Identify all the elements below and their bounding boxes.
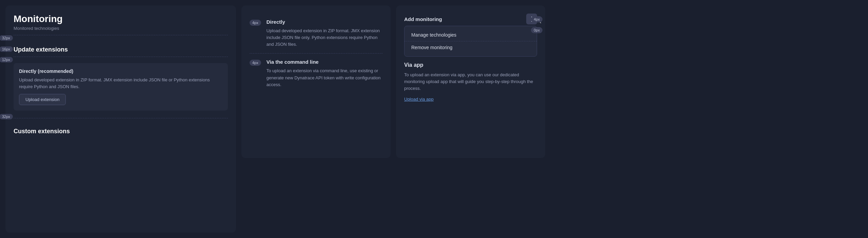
via-app-text: To upload an extension via app, you can … xyxy=(404,72,537,92)
via-app-section: Via app To upload an extension via app, … xyxy=(404,62,537,102)
page-title: Monitoring xyxy=(14,14,228,24)
spacing-badge-32: 32px xyxy=(0,35,13,41)
upload-via-app-link[interactable]: Upload via app xyxy=(404,97,434,102)
update-section-row: 16px Update extensions xyxy=(14,41,228,57)
command-line-content: Via the command line To upload an extens… xyxy=(267,59,382,88)
spacing-12-area: 12px xyxy=(14,57,228,60)
directly-block-text: Upload developed extension in ZIP format… xyxy=(19,77,222,90)
middle-panel: 4px Directly Upload developed extension … xyxy=(241,5,391,158)
command-line-item-title: Via the command line xyxy=(267,59,382,65)
dropdown-menu: Manage technologies Remove monitoring xyxy=(404,26,537,57)
custom-extensions-title: Custom extensions xyxy=(14,123,228,135)
command-line-item: 4px Via the command line To upload an ex… xyxy=(250,54,382,93)
command-line-badge: 4px xyxy=(250,60,261,66)
right-panel-header: Add monitoring ⋮ ↖ 4px 0px xyxy=(404,14,537,24)
spacing-badge-32-bottom: 32px xyxy=(0,114,13,119)
manage-technologies-item[interactable]: Manage technologies xyxy=(405,29,537,41)
spacing-32-bottom: 32px xyxy=(14,114,228,118)
spacing-32: 32px xyxy=(14,35,228,41)
directly-item-title: Directly xyxy=(267,19,382,25)
page-subtitle: Monitored technologies xyxy=(14,26,228,35)
left-panel: Monitoring Monitored technologies 32px 1… xyxy=(5,5,236,233)
right-badge-bottom: 0px xyxy=(531,27,542,33)
directly-block-title: Directly (recommended) xyxy=(19,68,222,74)
custom-extensions-section: Custom extensions xyxy=(14,118,228,135)
spacing-badge-12: 12px xyxy=(0,57,13,62)
upload-extension-button[interactable]: Upload extension xyxy=(19,94,66,105)
directly-badge: 4px xyxy=(250,20,261,26)
right-badge-top: 4px xyxy=(531,16,542,22)
update-section-title: Update extensions xyxy=(14,41,228,57)
directly-item-text: Upload developed extension in ZIP format… xyxy=(267,27,382,48)
directly-content: Directly Upload developed extension in Z… xyxy=(267,19,382,48)
via-app-title: Via app xyxy=(404,62,537,68)
directly-block: Directly (recommended) Upload developed … xyxy=(14,63,228,111)
update-extensions-section: 16px Update extensions 12px Directly (re… xyxy=(14,41,228,118)
right-panel: Add monitoring ⋮ ↖ 4px 0px Manage techno… xyxy=(396,5,545,158)
spacing-badge-16: 16px xyxy=(0,46,13,52)
directly-item: 4px Directly Upload developed extension … xyxy=(250,14,382,54)
command-line-item-text: To upload an extension via command line,… xyxy=(267,67,382,88)
remove-monitoring-item[interactable]: Remove monitoring xyxy=(405,41,537,54)
add-monitoring-button[interactable]: Add monitoring xyxy=(404,16,442,22)
